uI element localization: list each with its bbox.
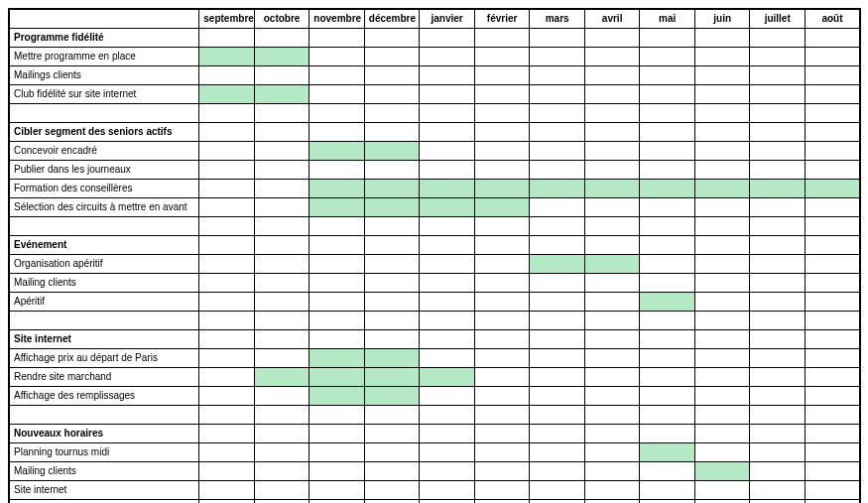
gantt-cell — [420, 161, 475, 180]
gantt-cell — [310, 274, 365, 293]
gantt-cell — [254, 443, 310, 462]
gantt-cell — [584, 274, 640, 293]
gantt-cell — [364, 368, 420, 387]
gantt-cell — [750, 217, 806, 236]
gantt-cell — [584, 330, 640, 349]
gantt-cell — [254, 66, 310, 85]
gantt-cell — [805, 180, 860, 198]
gantt-cell — [420, 349, 475, 368]
gantt-cell — [750, 180, 806, 198]
task-row: Mettre programme en place — [9, 48, 860, 66]
gantt-cell — [750, 406, 806, 425]
gantt-cell — [199, 104, 255, 123]
gantt-cell — [474, 180, 530, 198]
gantt-cell — [364, 198, 420, 217]
gantt-cell — [530, 161, 585, 180]
gantt-cell — [694, 481, 750, 500]
gantt-cell — [364, 312, 420, 330]
gantt-cell — [584, 443, 640, 462]
task-row: Formation des conseillères — [9, 180, 860, 198]
gantt-cell — [254, 236, 310, 255]
gantt-cell — [310, 330, 365, 349]
gantt-cell — [530, 142, 585, 161]
gantt-cell — [584, 255, 640, 274]
header-month: janvier — [420, 9, 475, 29]
gantt-cell — [364, 85, 420, 104]
gantt-cell — [254, 48, 310, 66]
gantt-cell — [310, 312, 365, 330]
gantt-cell — [530, 66, 585, 85]
gantt-cell — [364, 161, 420, 180]
gantt-cell — [640, 425, 695, 443]
gantt-cell — [750, 481, 806, 500]
gantt-cell — [640, 349, 695, 368]
gantt-cell — [254, 293, 310, 312]
gantt-cell — [254, 180, 310, 198]
gantt-cell — [584, 217, 640, 236]
gantt-cell — [640, 406, 695, 425]
gantt-cell — [364, 104, 420, 123]
gantt-cell — [750, 255, 806, 274]
gantt-cell — [364, 443, 420, 462]
header-month: juin — [694, 9, 750, 29]
gantt-cell — [420, 85, 475, 104]
gantt-cell — [805, 500, 860, 504]
gantt-cell — [420, 48, 475, 66]
gantt-cell — [640, 274, 695, 293]
gantt-cell — [474, 368, 530, 387]
gantt-cell — [584, 29, 640, 48]
task-row: Affichage prix au départ de Paris — [9, 349, 860, 368]
header-row: septembre octobre novembre décembre janv… — [9, 9, 860, 29]
gantt-cell — [364, 236, 420, 255]
gantt-cell — [364, 481, 420, 500]
gantt-cell — [254, 406, 310, 425]
gantt-cell — [199, 443, 255, 462]
gantt-body: Programme fidélitéMettre programme en pl… — [9, 29, 860, 504]
gantt-cell — [254, 425, 310, 443]
gantt-cell — [254, 85, 310, 104]
gantt-cell — [254, 123, 310, 142]
gantt-cell — [750, 48, 806, 66]
section-header-row: Evénement — [9, 236, 860, 255]
gantt-cell — [584, 406, 640, 425]
gantt-cell — [420, 66, 475, 85]
gantt-cell — [640, 85, 695, 104]
gantt-cell — [420, 217, 475, 236]
gantt-cell — [420, 274, 475, 293]
gantt-cell — [254, 349, 310, 368]
gantt-cell — [474, 406, 530, 425]
gantt-cell — [530, 406, 585, 425]
blank-row — [9, 500, 860, 504]
task-row: Planning tournus midi — [9, 443, 860, 462]
gantt-cell — [584, 425, 640, 443]
blank-cell — [9, 217, 199, 236]
gantt-cell — [199, 85, 255, 104]
task-label: Rendre site marchand — [9, 368, 199, 387]
gantt-cell — [420, 293, 475, 312]
gantt-cell — [750, 198, 806, 217]
gantt-cell — [640, 443, 695, 462]
gantt-cell — [420, 255, 475, 274]
gantt-cell — [750, 425, 806, 443]
gantt-cell — [310, 104, 365, 123]
gantt-cell — [254, 274, 310, 293]
gantt-cell — [199, 29, 255, 48]
gantt-cell — [584, 198, 640, 217]
gantt-cell — [199, 406, 255, 425]
gantt-cell — [640, 217, 695, 236]
gantt-cell — [310, 85, 365, 104]
gantt-cell — [694, 104, 750, 123]
gantt-cell — [364, 123, 420, 142]
gantt-cell — [254, 387, 310, 406]
gantt-cell — [750, 293, 806, 312]
blank-cell — [9, 500, 199, 504]
header-month: mars — [530, 9, 585, 29]
gantt-cell — [805, 387, 860, 406]
gantt-cell — [199, 274, 255, 293]
gantt-cell — [420, 29, 475, 48]
gantt-cell — [254, 29, 310, 48]
gantt-cell — [420, 312, 475, 330]
gantt-cell — [310, 29, 365, 48]
gantt-cell — [694, 48, 750, 66]
gantt-cell — [254, 368, 310, 387]
